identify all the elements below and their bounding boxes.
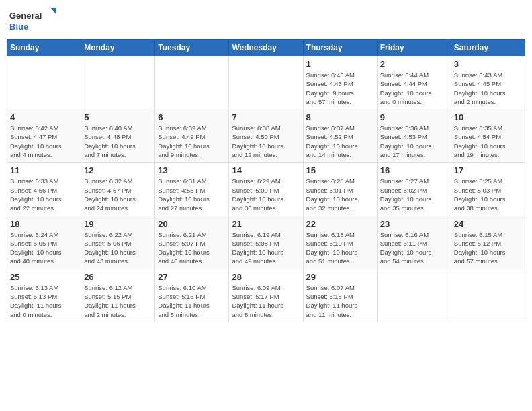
- weekday-header-sunday: Sunday: [7, 40, 81, 56]
- day-info: Sunrise: 6:31 AM Sunset: 4:58 PM Dayligh…: [158, 177, 226, 212]
- day-number: 15: [306, 165, 374, 175]
- day-info: Sunrise: 6:28 AM Sunset: 5:01 PM Dayligh…: [306, 177, 374, 212]
- calendar-day-cell: 11Sunrise: 6:33 AM Sunset: 4:56 PM Dayli…: [7, 163, 81, 216]
- calendar-day-cell: 15Sunrise: 6:28 AM Sunset: 5:01 PM Dayli…: [303, 163, 377, 216]
- day-number: 8: [306, 112, 374, 122]
- calendar-day-cell: 26Sunrise: 6:12 AM Sunset: 5:15 PM Dayli…: [81, 269, 155, 322]
- day-number: 26: [84, 272, 152, 282]
- svg-text:Blue: Blue: [9, 21, 28, 32]
- day-info: Sunrise: 6:27 AM Sunset: 5:02 PM Dayligh…: [380, 177, 448, 212]
- calendar-day-cell: 18Sunrise: 6:24 AM Sunset: 5:05 PM Dayli…: [7, 216, 81, 269]
- day-number: 19: [84, 219, 152, 229]
- calendar-day-cell: 24Sunrise: 6:15 AM Sunset: 5:12 PM Dayli…: [451, 216, 525, 269]
- day-info: Sunrise: 6:29 AM Sunset: 5:00 PM Dayligh…: [232, 177, 300, 212]
- day-info: Sunrise: 6:13 AM Sunset: 5:13 PM Dayligh…: [10, 283, 78, 319]
- day-info: Sunrise: 6:39 AM Sunset: 4:49 PM Dayligh…: [158, 124, 226, 159]
- day-info: Sunrise: 6:33 AM Sunset: 4:56 PM Dayligh…: [10, 177, 78, 212]
- day-info: Sunrise: 6:22 AM Sunset: 5:06 PM Dayligh…: [84, 230, 152, 266]
- day-number: 2: [380, 59, 448, 69]
- day-info: Sunrise: 6:12 AM Sunset: 5:15 PM Dayligh…: [84, 283, 152, 319]
- empty-day-cell: [229, 56, 303, 109]
- day-number: 5: [84, 112, 152, 122]
- day-info: Sunrise: 6:18 AM Sunset: 5:10 PM Dayligh…: [306, 230, 374, 266]
- day-number: 6: [158, 112, 226, 122]
- calendar-day-cell: 3Sunrise: 6:43 AM Sunset: 4:45 PM Daylig…: [451, 56, 525, 109]
- logo-svg: General Blue: [9, 7, 56, 34]
- empty-day-cell: [7, 56, 81, 109]
- calendar-day-cell: 29Sunrise: 6:07 AM Sunset: 5:18 PM Dayli…: [303, 269, 377, 322]
- calendar-day-cell: 21Sunrise: 6:19 AM Sunset: 5:08 PM Dayli…: [229, 216, 303, 269]
- calendar-day-cell: 6Sunrise: 6:39 AM Sunset: 4:49 PM Daylig…: [155, 109, 229, 163]
- calendar-day-cell: 17Sunrise: 6:25 AM Sunset: 5:03 PM Dayli…: [451, 163, 525, 216]
- day-number: 18: [10, 219, 78, 229]
- calendar-week-row: 11Sunrise: 6:33 AM Sunset: 4:56 PM Dayli…: [7, 163, 525, 216]
- day-info: Sunrise: 6:43 AM Sunset: 4:45 PM Dayligh…: [454, 71, 522, 106]
- day-number: 22: [306, 219, 374, 229]
- day-info: Sunrise: 6:44 AM Sunset: 4:44 PM Dayligh…: [380, 71, 448, 106]
- day-number: 11: [10, 165, 78, 175]
- day-info: Sunrise: 6:42 AM Sunset: 4:47 PM Dayligh…: [10, 124, 78, 159]
- calendar-day-cell: 8Sunrise: 6:37 AM Sunset: 4:52 PM Daylig…: [303, 109, 377, 163]
- weekday-header-row: SundayMondayTuesdayWednesdayThursdayFrid…: [7, 40, 525, 56]
- day-number: 29: [306, 272, 374, 282]
- calendar-table: SundayMondayTuesdayWednesdayThursdayFrid…: [7, 39, 525, 322]
- day-number: 9: [380, 112, 448, 122]
- day-info: Sunrise: 6:35 AM Sunset: 4:54 PM Dayligh…: [454, 124, 522, 159]
- calendar-day-cell: 20Sunrise: 6:21 AM Sunset: 5:07 PM Dayli…: [155, 216, 229, 269]
- calendar-day-cell: 19Sunrise: 6:22 AM Sunset: 5:06 PM Dayli…: [81, 216, 155, 269]
- weekday-header-wednesday: Wednesday: [229, 40, 303, 56]
- calendar-week-row: 4Sunrise: 6:42 AM Sunset: 4:47 PM Daylig…: [7, 109, 525, 163]
- day-info: Sunrise: 6:07 AM Sunset: 5:18 PM Dayligh…: [306, 283, 374, 319]
- weekday-header-tuesday: Tuesday: [155, 40, 229, 56]
- calendar-week-row: 1Sunrise: 6:45 AM Sunset: 4:43 PM Daylig…: [7, 56, 525, 109]
- calendar-day-cell: 13Sunrise: 6:31 AM Sunset: 4:58 PM Dayli…: [155, 163, 229, 216]
- empty-day-cell: [155, 56, 229, 109]
- calendar-day-cell: 22Sunrise: 6:18 AM Sunset: 5:10 PM Dayli…: [303, 216, 377, 269]
- calendar-day-cell: 16Sunrise: 6:27 AM Sunset: 5:02 PM Dayli…: [377, 163, 451, 216]
- day-number: 25: [10, 272, 78, 282]
- day-number: 13: [158, 165, 226, 175]
- day-number: 4: [10, 112, 78, 122]
- day-number: 24: [454, 219, 522, 229]
- calendar-week-row: 25Sunrise: 6:13 AM Sunset: 5:13 PM Dayli…: [7, 269, 525, 322]
- day-number: 17: [454, 165, 522, 175]
- day-info: Sunrise: 6:45 AM Sunset: 4:43 PM Dayligh…: [306, 71, 374, 106]
- calendar-day-cell: 10Sunrise: 6:35 AM Sunset: 4:54 PM Dayli…: [451, 109, 525, 163]
- day-info: Sunrise: 6:15 AM Sunset: 5:12 PM Dayligh…: [454, 230, 522, 266]
- day-number: 3: [454, 59, 522, 69]
- day-info: Sunrise: 6:36 AM Sunset: 4:53 PM Dayligh…: [380, 124, 448, 159]
- day-info: Sunrise: 6:16 AM Sunset: 5:11 PM Dayligh…: [380, 230, 448, 266]
- calendar-day-cell: 1Sunrise: 6:45 AM Sunset: 4:43 PM Daylig…: [303, 56, 377, 109]
- empty-day-cell: [81, 56, 155, 109]
- empty-day-cell: [377, 269, 451, 322]
- weekday-header-thursday: Thursday: [303, 40, 377, 56]
- day-info: Sunrise: 6:40 AM Sunset: 4:48 PM Dayligh…: [84, 124, 152, 159]
- day-info: Sunrise: 6:19 AM Sunset: 5:08 PM Dayligh…: [232, 230, 300, 266]
- day-info: Sunrise: 6:24 AM Sunset: 5:05 PM Dayligh…: [10, 230, 78, 266]
- calendar-day-cell: 23Sunrise: 6:16 AM Sunset: 5:11 PM Dayli…: [377, 216, 451, 269]
- weekday-header-friday: Friday: [377, 40, 451, 56]
- day-info: Sunrise: 6:32 AM Sunset: 4:57 PM Dayligh…: [84, 177, 152, 212]
- day-info: Sunrise: 6:10 AM Sunset: 5:16 PM Dayligh…: [158, 283, 226, 319]
- day-info: Sunrise: 6:38 AM Sunset: 4:50 PM Dayligh…: [232, 124, 300, 159]
- svg-marker-1: [51, 8, 56, 15]
- calendar-day-cell: 7Sunrise: 6:38 AM Sunset: 4:50 PM Daylig…: [229, 109, 303, 163]
- day-number: 10: [454, 112, 522, 122]
- day-info: Sunrise: 6:37 AM Sunset: 4:52 PM Dayligh…: [306, 124, 374, 159]
- day-number: 23: [380, 219, 448, 229]
- calendar-day-cell: 2Sunrise: 6:44 AM Sunset: 4:44 PM Daylig…: [377, 56, 451, 109]
- calendar-day-cell: 4Sunrise: 6:42 AM Sunset: 4:47 PM Daylig…: [7, 109, 81, 163]
- calendar-day-cell: 5Sunrise: 6:40 AM Sunset: 4:48 PM Daylig…: [81, 109, 155, 163]
- day-number: 20: [158, 219, 226, 229]
- day-number: 1: [306, 59, 374, 69]
- calendar-day-cell: 12Sunrise: 6:32 AM Sunset: 4:57 PM Dayli…: [81, 163, 155, 216]
- day-info: Sunrise: 6:25 AM Sunset: 5:03 PM Dayligh…: [454, 177, 522, 212]
- day-info: Sunrise: 6:09 AM Sunset: 5:17 PM Dayligh…: [232, 283, 300, 319]
- logo: General Blue: [9, 7, 56, 34]
- day-number: 14: [232, 165, 300, 175]
- calendar-day-cell: 28Sunrise: 6:09 AM Sunset: 5:17 PM Dayli…: [229, 269, 303, 322]
- page-header: General Blue: [7, 7, 525, 34]
- day-number: 27: [158, 272, 226, 282]
- day-number: 21: [232, 219, 300, 229]
- day-number: 28: [232, 272, 300, 282]
